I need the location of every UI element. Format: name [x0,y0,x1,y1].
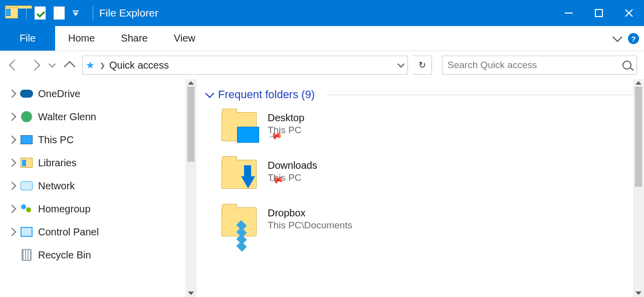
arrow-left-icon [9,60,21,71]
tab-home[interactable]: Home [55,26,108,51]
arrow-up-icon [64,61,76,73]
customize-qat-button[interactable] [73,11,79,16]
titlebar: File Explorer [0,0,644,26]
tree-label: Recycle Bin [38,249,91,261]
desktop-overlay-icon [237,127,259,143]
refresh-button[interactable]: ↻ [413,56,432,75]
group-header-frequent-folders[interactable]: Frequent folders (9) [206,88,644,101]
address-location[interactable]: Quick access [109,60,169,71]
expand-icon[interactable] [8,90,17,98]
maximize-button[interactable] [584,0,614,26]
folder-name: Downloads [268,160,317,171]
address-history-button[interactable] [397,60,404,67]
close-icon [624,9,633,18]
folder-item-desktop[interactable]: Desktop This PC 📌 [222,112,644,149]
folder-item-downloads[interactable]: Downloads This PC 📌 [222,160,644,196]
folder-icon [222,207,257,236]
expand-icon[interactable] [8,113,17,121]
navpane-scrollbar[interactable] [185,79,196,297]
tree-item-homegroup[interactable]: Homegroup [9,197,196,220]
tab-share[interactable]: Share [108,26,160,51]
address-bar-row: ★ ❯ Quick access ↻ Search Quick access [0,51,644,79]
scroll-thumb[interactable] [635,87,642,187]
properties-icon[interactable] [35,7,46,20]
search-box[interactable]: Search Quick access [442,56,637,75]
maximize-icon [595,9,603,17]
recycle-bin-icon [22,249,32,261]
homegroup-icon [21,204,32,213]
this-pc-icon [21,135,33,144]
tree-item-onedrive[interactable]: OneDrive [9,82,196,105]
tree-item-this-pc[interactable]: This PC [9,128,196,151]
qat-separator-2 [93,6,93,21]
scroll-down-icon[interactable] [635,291,641,295]
scroll-down-icon[interactable] [188,291,194,295]
group-rule [327,95,644,95]
search-placeholder: Search Quick access [448,60,622,71]
minimize-button[interactable] [554,0,584,26]
onedrive-icon [20,90,33,98]
tree-item-recycle-bin[interactable]: Recycle Bin [9,243,196,266]
tab-view[interactable]: View [161,26,208,51]
chevron-down-icon [49,60,56,67]
control-panel-icon [21,227,33,237]
expand-icon[interactable] [8,159,17,167]
tree-label: Libraries [38,157,77,169]
folder-name: Desktop [268,112,304,124]
expand-icon[interactable] [8,182,17,190]
tree-label: Network [38,180,75,192]
arrow-right-icon [29,60,41,71]
expand-icon[interactable] [8,205,17,213]
minimize-icon [565,13,573,14]
user-icon [21,111,32,122]
expand-icon[interactable] [8,136,17,144]
ribbon: File Home Share View ? [0,26,644,51]
tree-item-network[interactable]: Network [9,174,196,197]
tree-label: Control Panel [38,226,99,238]
search-icon [622,61,631,70]
help-button[interactable]: ? [628,33,639,44]
breadcrumb-separator-icon: ❯ [100,62,105,69]
expand-icon[interactable] [8,228,17,236]
window-controls [554,0,644,26]
content-scrollbar[interactable] [633,79,644,297]
folder-name: Dropbox [268,207,352,219]
folder-icon [222,160,257,189]
app-icon[interactable] [5,8,18,19]
scroll-up-icon[interactable] [635,81,641,85]
tab-file[interactable]: File [0,26,55,51]
collapse-group-icon[interactable] [205,89,214,98]
address-bar[interactable]: ★ ❯ Quick access [82,56,408,75]
tree-item-control-panel[interactable]: Control Panel [9,220,196,243]
window-title: File Explorer [99,7,158,19]
group-title: Frequent folders (9) [218,88,315,101]
network-icon [21,181,33,190]
libraries-icon [21,158,33,168]
folder-location: This PC\Documents [268,220,352,231]
back-button[interactable] [7,58,22,73]
navigation-pane: OneDrive Walter Glenn This PC Libraries … [0,79,196,297]
tree-item-libraries[interactable]: Libraries [9,151,196,174]
tree-label: Walter Glenn [38,111,96,123]
quick-access-toolbar [0,6,99,21]
forward-button[interactable] [27,58,42,73]
folder-item-dropbox[interactable]: Dropbox This PC\Documents [222,207,644,236]
up-button[interactable] [62,58,77,73]
body: OneDrive Walter Glenn This PC Libraries … [0,79,644,297]
close-button[interactable] [614,0,644,26]
scroll-thumb[interactable] [187,87,194,162]
tree-label: OneDrive [38,88,80,100]
content-pane: Frequent folders (9) Desktop This PC 📌 D… [196,79,644,297]
tree-label: Homegroup [38,203,91,215]
collapse-ribbon-button[interactable] [612,32,622,42]
tree-item-user[interactable]: Walter Glenn [9,105,196,128]
new-folder-icon[interactable] [54,7,65,20]
recent-locations-button[interactable] [47,58,57,73]
tree-label: This PC [38,134,74,146]
quick-access-icon: ★ [86,60,96,70]
scroll-up-icon[interactable] [188,81,194,85]
download-overlay-icon [241,176,255,188]
folder-icon [222,112,257,141]
dropbox-overlay-icon [237,222,254,237]
